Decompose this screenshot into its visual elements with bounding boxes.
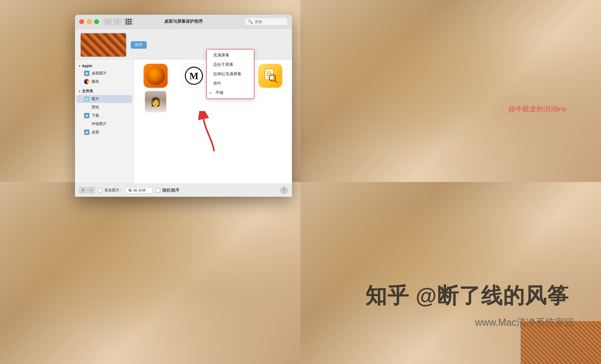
svg-text:M: M: [189, 71, 198, 81]
search-icon: 🔍: [248, 19, 253, 24]
sidebar-item-downloads-label: 下载: [92, 113, 99, 118]
change-image-checkbox[interactable]: [98, 188, 102, 192]
random-order-row: 随机顺序: [156, 188, 179, 193]
sidebar-item-desktop[interactable]: 📁 桌面: [77, 128, 132, 136]
grid-view-button[interactable]: [124, 18, 133, 25]
watermark-weibo: @牛眼皮的润润ins: [508, 104, 566, 114]
color-wheel-icon: [84, 79, 89, 84]
sidebar-item-desktop-label: 桌面: [92, 130, 99, 135]
random-order-checkbox[interactable]: [156, 188, 160, 192]
close-button[interactable]: [79, 19, 84, 24]
grid-icon: [126, 19, 132, 25]
traffic-lights: [79, 19, 99, 24]
remove-button[interactable]: −: [87, 187, 95, 194]
sidebar-item-colors[interactable]: 颜色: [77, 78, 132, 86]
folder-icon-wallpaper: [84, 105, 89, 110]
fill-option-tile[interactable]: 平铺: [207, 88, 254, 97]
squash-ball: [146, 66, 165, 85]
sidebar-section-folder[interactable]: ▼ 文件夹: [75, 88, 134, 95]
svg-line-8: [275, 80, 277, 83]
sidebar-item-colors-label: 颜色: [92, 79, 99, 84]
app-icon-photo-girl: 👩: [145, 91, 166, 112]
app-icon-m-logo: M: [182, 64, 206, 88]
main-split: ▼ Apple 📁 桌面图片 颜色 ▼ 文件夹: [75, 59, 292, 184]
title-bar: ‹ › 桌面与屏幕保护程序 🔍: [75, 15, 292, 29]
content-item-1[interactable]: [138, 64, 173, 88]
preview-area: 程序: [75, 29, 292, 59]
fill-option-fit[interactable]: 适合于屏幕: [207, 60, 254, 69]
fill-option-tile-label: 平铺: [215, 90, 223, 95]
back-button[interactable]: ‹: [103, 18, 112, 25]
content-item-5[interactable]: 👩: [138, 91, 173, 112]
search-bar[interactable]: 🔍: [245, 18, 288, 25]
section-apple-label: Apple: [82, 64, 92, 68]
folder-icon-downloads: 📁: [84, 113, 89, 118]
m-logo-svg: M: [185, 66, 203, 85]
wallpaper-preview: [80, 33, 126, 57]
bg-cell-bl: [0, 182, 300, 364]
sidebar-item-wallpaper-label: 壁纸: [92, 105, 99, 110]
nav-buttons: ‹ ›: [103, 18, 122, 25]
change-image-row: 更改图片： 每 30 分钟 每 1 小时 每天: [98, 187, 153, 194]
triangle-apple: ▼: [78, 65, 81, 67]
sidebar-item-external-images-label: 外链图片: [92, 122, 107, 126]
help-button[interactable]: ?: [280, 187, 288, 194]
interval-select[interactable]: 每 30 分钟 每 1 小时 每天: [125, 187, 153, 194]
watermark-zhihu: 知乎 @断了线的风筝: [365, 282, 569, 310]
add-remove-buttons: + −: [79, 187, 95, 194]
sidebar-item-pictures-label: 图片: [92, 97, 99, 101]
bottom-bar: + − 更改图片： 每 30 分钟 每 1 小时 每天 随机顺序 ?: [75, 184, 292, 197]
window-body: 程序 充满屏幕 适合于屏幕 拉伸以充满屏幕 居中 平铺: [75, 29, 292, 197]
photo-placeholder: 👩: [145, 91, 166, 112]
minimize-button[interactable]: [87, 19, 92, 24]
sidebar-item-wallpaper[interactable]: 壁纸: [77, 103, 132, 111]
app-icon-squash: [144, 64, 168, 88]
fill-option-fill[interactable]: 充满屏幕: [207, 51, 254, 60]
fill-option-fill-label: 充满屏幕: [213, 53, 229, 58]
change-image-label: 更改图片：: [104, 188, 123, 193]
sidebar-item-desktop-pictures-label: 桌面图片: [92, 71, 107, 76]
folder-icon-desktop-pictures: 📁: [84, 71, 89, 76]
folder-icon-pictures: 📁: [84, 96, 89, 102]
file-inspector-svg: [262, 68, 278, 84]
content-item-4[interactable]: [253, 64, 288, 88]
interval-select-wrapper: 每 30 分钟 每 1 小时 每天: [125, 187, 153, 194]
fill-option-stretch-label: 拉伸以充满屏幕: [213, 71, 241, 77]
fill-style-button[interactable]: 程序: [131, 41, 147, 49]
fill-style-dropdown-menu: 充满屏幕 适合于屏幕 拉伸以充满屏幕 居中 平铺: [206, 49, 254, 99]
sidebar-item-desktop-pictures[interactable]: 📁 桌面图片: [77, 69, 132, 77]
mac-window: ‹ › 桌面与屏幕保护程序 🔍 程序: [75, 15, 292, 197]
folder-icon-external: [84, 121, 89, 127]
folder-icon-desktop: 📁: [84, 130, 89, 135]
bg-cell-tr: [300, 0, 601, 182]
search-input[interactable]: [255, 20, 287, 24]
section-folder-label: 文件夹: [82, 89, 93, 94]
fill-option-center-label: 居中: [213, 81, 221, 86]
back-icon: ‹: [107, 19, 108, 24]
forward-button[interactable]: ›: [113, 18, 122, 25]
corner-preview-pattern: [521, 321, 601, 364]
preview-controls: 程序: [131, 41, 287, 49]
app-icon-file-inspector: [258, 64, 282, 88]
triangle-folder: ▼: [78, 90, 81, 93]
fill-option-stretch[interactable]: 拉伸以充满屏幕: [207, 69, 254, 79]
forward-icon: ›: [117, 19, 118, 24]
sidebar-item-external-images[interactable]: 外链图片: [77, 120, 132, 128]
sidebar-item-downloads[interactable]: 📁 下载: [77, 112, 132, 120]
add-button[interactable]: +: [79, 187, 87, 194]
fill-style-row: 程序: [131, 41, 287, 49]
sidebar-item-pictures[interactable]: 📁 图片: [77, 95, 132, 103]
fill-option-fit-label: 适合于屏幕: [213, 62, 233, 67]
window-title: 桌面与屏幕保护程序: [164, 19, 203, 24]
sidebar-section-apple[interactable]: ▼ Apple: [75, 63, 134, 69]
sidebar: ▼ Apple 📁 桌面图片 颜色 ▼ 文件夹: [75, 59, 134, 184]
random-order-label: 随机顺序: [162, 188, 179, 193]
maximize-button[interactable]: [94, 19, 99, 24]
fill-option-center[interactable]: 居中: [207, 79, 254, 88]
